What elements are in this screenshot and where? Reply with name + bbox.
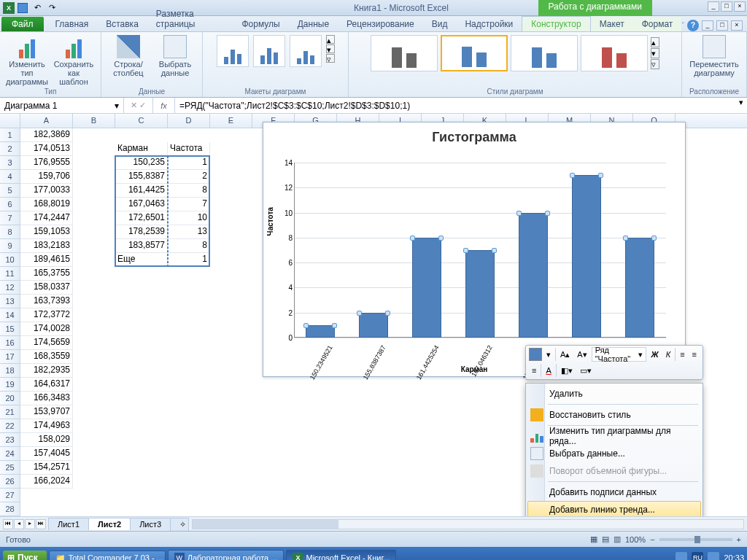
- row-header[interactable]: 26: [0, 475, 20, 489]
- ctx-reset-style[interactable]: Восстановить стиль: [527, 406, 701, 424]
- ctx-add-trendline[interactable]: Добавить линию тренда...: [527, 501, 701, 516]
- font-color-icon[interactable]: A: [543, 363, 554, 378]
- row-header[interactable]: 23: [0, 433, 20, 447]
- tab-insert[interactable]: Вставка: [97, 17, 147, 31]
- clock[interactable]: 20:33: [724, 553, 744, 560]
- font-size-down-icon[interactable]: A▾: [574, 347, 589, 362]
- save-icon[interactable]: [16, 1, 29, 15]
- tray-icon[interactable]: [676, 552, 687, 560]
- row-header[interactable]: 18: [0, 364, 20, 378]
- tab-file[interactable]: Файл: [1, 17, 44, 31]
- cell[interactable]: 168,8019: [20, 198, 73, 211]
- taskbar-item[interactable]: 📁Total Commander 7.03 - ...: [49, 551, 166, 561]
- layout-option[interactable]: [290, 35, 322, 67]
- shape-fill-icon[interactable]: ◧▾: [558, 363, 576, 378]
- view-pagelayout-icon[interactable]: ▤: [602, 534, 609, 544]
- worksheet-grid[interactable]: ABCDEFGHIJKLMNO 123456789101112131415161…: [0, 114, 747, 516]
- doc-restore-button[interactable]: □: [716, 20, 728, 31]
- row-header[interactable]: 3: [0, 156, 20, 170]
- cell[interactable]: 154,2571: [20, 461, 73, 475]
- name-box[interactable]: Диаграмма 1▾: [0, 98, 124, 113]
- cell[interactable]: 182,3869: [20, 128, 73, 142]
- language-indicator[interactable]: RU: [692, 552, 703, 560]
- row-header[interactable]: 9: [0, 239, 20, 253]
- formula-input[interactable]: =РЯД("Частота";Лист2!$C$3:$C$10;Лист2!$D…: [175, 98, 735, 113]
- chart-style-option[interactable]: [511, 35, 578, 71]
- gallery-down-icon[interactable]: ▾: [326, 44, 335, 53]
- ctx-select-data[interactable]: Выбрать данные...: [527, 445, 701, 462]
- minimize-button[interactable]: _: [708, 1, 719, 12]
- horizontal-scrollbar[interactable]: [192, 519, 744, 529]
- cell[interactable]: Частота: [168, 142, 210, 156]
- cell[interactable]: 163,7393: [20, 295, 73, 308]
- cell[interactable]: 158,0337: [20, 281, 73, 295]
- row-header[interactable]: 27: [0, 489, 20, 502]
- row-header[interactable]: 16: [0, 336, 20, 350]
- cell[interactable]: 150,235: [115, 156, 168, 170]
- cell[interactable]: 182,2935: [20, 364, 73, 378]
- cell[interactable]: 1: [168, 253, 210, 267]
- italic-button[interactable]: К: [663, 347, 673, 362]
- col-header[interactable]: B: [73, 114, 115, 128]
- chart-style-option[interactable]: [581, 35, 648, 71]
- row-header[interactable]: 7: [0, 211, 20, 225]
- row-header[interactable]: 11: [0, 267, 20, 281]
- bar[interactable]: [519, 213, 548, 338]
- col-header[interactable]: A: [20, 114, 73, 128]
- redo-icon[interactable]: ↷: [45, 1, 58, 15]
- sheet-tab[interactable]: Лист3: [130, 518, 171, 530]
- view-pagebreak-icon[interactable]: ▥: [614, 534, 621, 544]
- tab-format[interactable]: Формат: [633, 17, 682, 31]
- layout-option[interactable]: [217, 35, 249, 67]
- row-header[interactable]: 4: [0, 170, 20, 184]
- zoom-out-button[interactable]: −: [650, 535, 654, 544]
- enter-icon[interactable]: ✓: [139, 101, 146, 110]
- change-chart-type-button[interactable]: Изменить тип диаграммы: [6, 35, 48, 86]
- doc-minimize-button[interactable]: _: [702, 20, 713, 31]
- chart-title[interactable]: Гистограмма: [263, 122, 685, 149]
- cell[interactable]: 174,0513: [20, 142, 73, 156]
- plot-area[interactable]: Частота 02468101214: [294, 163, 666, 338]
- row-header[interactable]: 28: [0, 502, 20, 516]
- row-header[interactable]: 5: [0, 184, 20, 198]
- row-header[interactable]: 19: [0, 378, 20, 392]
- sheet-nav-next[interactable]: ▸: [25, 519, 35, 529]
- embedded-chart[interactable]: Гистограмма Частота 02468101214 150,2349…: [263, 122, 686, 377]
- ctx-change-type[interactable]: Изменить тип диаграммы для ряда...: [527, 427, 701, 445]
- row-header[interactable]: 20: [0, 392, 20, 405]
- tab-review[interactable]: Рецензирование: [338, 17, 423, 31]
- zoom-level[interactable]: 100%: [625, 535, 646, 544]
- cell[interactable]: 172,3772: [20, 308, 73, 322]
- row-header[interactable]: 1: [0, 128, 20, 142]
- taskbar-item[interactable]: WЛабораторная работа ...: [168, 550, 285, 560]
- font-size-up-icon[interactable]: A▴: [557, 347, 573, 362]
- cell[interactable]: 168,3559: [20, 350, 73, 364]
- sheet-tab[interactable]: Лист1: [48, 518, 89, 530]
- cell[interactable]: 172,6501: [115, 211, 168, 225]
- close-button[interactable]: ×: [734, 1, 746, 12]
- row-header[interactable]: 14: [0, 308, 20, 322]
- row-header[interactable]: 10: [0, 253, 20, 267]
- row-header[interactable]: 25: [0, 461, 20, 475]
- cell[interactable]: 174,0028: [20, 322, 73, 336]
- minimize-ribbon-icon[interactable]: ˇ: [681, 21, 684, 30]
- cell[interactable]: Еще: [115, 253, 168, 267]
- bar[interactable]: [306, 325, 335, 338]
- cell[interactable]: 174,2447: [20, 211, 73, 225]
- new-sheet-button[interactable]: ✧: [170, 518, 189, 531]
- cell[interactable]: 1: [168, 156, 210, 170]
- doc-close-button[interactable]: ×: [731, 20, 743, 31]
- row-header[interactable]: 8: [0, 225, 20, 239]
- gallery-up-icon[interactable]: ▴: [326, 35, 335, 44]
- row-header[interactable]: 17: [0, 350, 20, 364]
- chevron-down-icon[interactable]: ▾: [115, 101, 119, 111]
- bar[interactable]: [625, 238, 654, 338]
- cell[interactable]: 164,6317: [20, 378, 73, 392]
- ctx-delete[interactable]: Удалить: [527, 385, 701, 402]
- bar[interactable]: [465, 250, 495, 338]
- cell[interactable]: 157,4045: [20, 447, 73, 461]
- row-header[interactable]: 22: [0, 419, 20, 433]
- row-header[interactable]: 6: [0, 198, 20, 211]
- restore-button[interactable]: □: [721, 1, 732, 12]
- gallery-more-icon[interactable]: ▿: [326, 54, 335, 63]
